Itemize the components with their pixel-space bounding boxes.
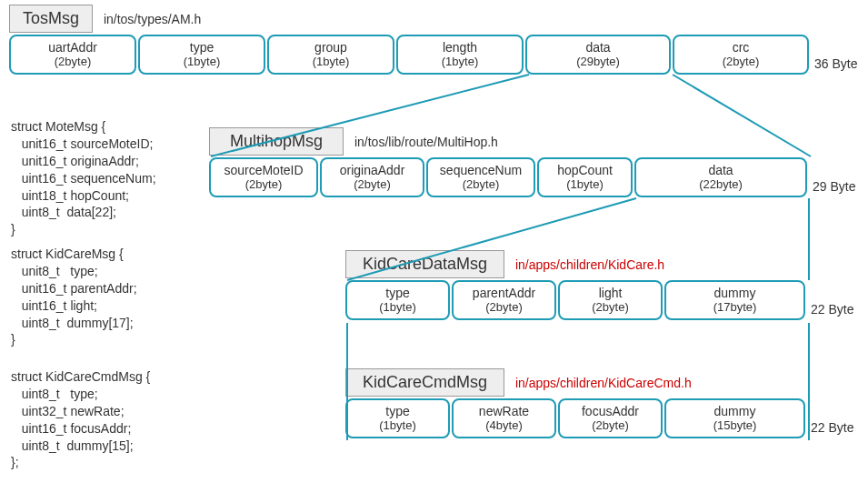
tosmsg-section: TosMsg in/tos/types/AM.h uartAddr (2byte… [9,5,857,75]
field-kcd-type: type (1byte) [345,280,450,320]
code-motemsg: struct MoteMsg { unit16_t sourceMoteID; … [11,118,156,238]
tosmsg-fields: uartAddr (2byte) type (1byte) group (1by… [9,35,857,75]
kidcaredata-fields: type (1byte) parentAddr (2byte) light (2… [345,280,853,320]
multihop-total: 29 Byte [813,179,855,197]
multihop-title: MultihopMsg [209,127,344,156]
field-uartaddr: uartAddr (2byte) [9,35,136,75]
kidcarecmd-fields: type (1byte) newRate (4byte) focusAddr (… [345,398,853,438]
field-kcd-dummy: dummy (17byte) [664,280,805,320]
field-sourcemoteid: sourceMoteID (2byte) [209,157,318,197]
field-light: light (2byte) [558,280,663,320]
field-kcc-dummy: dummy (15byte) [664,398,805,438]
tosmsg-total: 36 Byte [814,56,857,75]
field-kcc-type: type (1byte) [345,398,450,438]
field-group: group (1byte) [267,35,394,75]
tosmsg-path: in/tos/types/AM.h [104,12,201,26]
field-sequencenum: sequenceNum (2byte) [426,157,535,197]
kidcaredata-path: in/apps/children/KidCare.h [515,257,664,272]
field-originaaddr: originaAddr (2byte) [320,157,424,197]
multihop-fields: sourceMoteID (2byte) originaAddr (2byte)… [209,157,855,197]
multihop-path: in/tos/lib/route/MultiHop.h [354,135,498,149]
field-data: data (29byte) [525,35,671,75]
kidcaredata-section: KidCareDataMsg in/apps/children/KidCare.… [345,250,853,320]
field-multihop-data: data (22byte) [634,157,807,197]
kidcarecmd-title: KidCareCmdMsg [345,368,504,397]
field-parentaddr: parentAddr (2byte) [452,280,556,320]
multihop-section: MultihopMsg in/tos/lib/route/MultiHop.h … [209,127,855,197]
field-length: length (1byte) [396,35,524,75]
field-focusaddr: focusAddr (2byte) [558,398,663,438]
field-newrate: newRate (4byte) [452,398,556,438]
kidcarecmd-total: 22 Byte [811,420,853,438]
field-hopcount: hopCount (1byte) [537,157,633,197]
code-kidcarecmdmsg: struct KidCareCmdMsg { uint8_t type; uin… [11,368,150,471]
kidcarecmd-section: KidCareCmdMsg in/apps/children/KidCareCm… [345,368,853,438]
field-type: type (1byte) [138,35,265,75]
tosmsg-title: TosMsg [9,5,93,33]
kidcaredata-title: KidCareDataMsg [345,250,504,278]
field-crc: crc (2byte) [673,35,809,75]
code-kidcaremsg: struct KidCareMsg { unit8_t type; unit16… [11,246,137,348]
kidcarecmd-path: in/apps/children/KidCareCmd.h [515,376,692,390]
kidcaredata-total: 22 Byte [811,302,853,320]
